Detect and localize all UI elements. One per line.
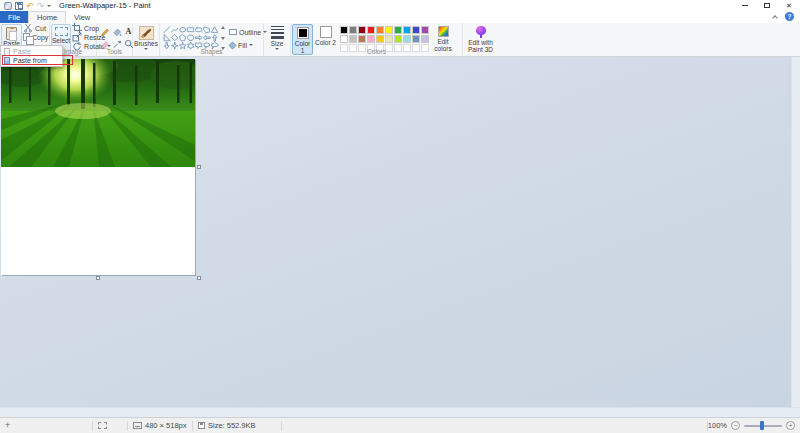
size-label: Size: [271, 40, 284, 47]
redo-icon[interactable]: ↷: [37, 2, 45, 10]
tab-view[interactable]: View: [66, 11, 98, 23]
undo-icon[interactable]: ↶: [26, 2, 34, 10]
palette-color[interactable]: [385, 35, 393, 43]
minimize-button[interactable]: [734, 0, 756, 11]
pencil-tool[interactable]: [99, 26, 110, 37]
status-separator: [281, 421, 282, 431]
cursor-position-icon: +: [5, 421, 10, 430]
selection-size-icon: [98, 422, 107, 429]
size-dropdown-icon: [275, 48, 279, 50]
cut-icon: [23, 23, 33, 33]
shape-up-arrow-icon[interactable]: [211, 34, 219, 42]
zoom-out-button[interactable]: −: [731, 421, 740, 430]
shapes-scroll-down-icon[interactable]: [221, 37, 225, 40]
cut-button[interactable]: Cut: [23, 24, 48, 32]
status-bar: + 480 × 518px Size: 552.9KB 100% − +: [0, 417, 800, 433]
outline-button[interactable]: Outline: [229, 28, 267, 36]
edit-with-paint3d-button[interactable]: Edit with Paint 3D: [465, 24, 497, 55]
shape-triangle-icon[interactable]: [211, 26, 219, 34]
work-area: [0, 57, 800, 417]
size-icon: [271, 26, 284, 39]
shape-polygon-icon[interactable]: [203, 26, 211, 34]
zoom-in-button[interactable]: +: [786, 421, 795, 430]
group-brushes: Brushes: [133, 23, 160, 56]
brushes-button[interactable]: Brushes: [134, 24, 158, 55]
paint-window: ↶ ↷ Green-Wallpaper-15 - Paint ✕ File Ho…: [0, 0, 800, 433]
fill-tool[interactable]: [111, 26, 122, 37]
palette-color[interactable]: [358, 35, 366, 43]
select-label: Select: [52, 37, 70, 44]
shape-rectangle-icon[interactable]: [187, 26, 195, 34]
canvas-resize-handle-bottom[interactable]: [96, 276, 100, 280]
canvas-resize-handle-right[interactable]: [197, 165, 201, 169]
brushes-label: Brushes: [134, 40, 158, 47]
help-icon[interactable]: ?: [785, 12, 794, 21]
color2-label: Color 2: [315, 39, 336, 46]
outline-icon: [229, 29, 237, 35]
drawing-canvas[interactable]: [1, 59, 195, 275]
zoom-slider-thumb[interactable]: [760, 421, 764, 430]
ribbon-tab-bar: File Home View ?: [0, 11, 800, 23]
shapes-scroll-up-icon[interactable]: [221, 26, 225, 29]
palette-color[interactable]: [385, 26, 393, 34]
palette-color[interactable]: [421, 26, 429, 34]
ribbon: Paste Cut Copy: [0, 23, 800, 57]
palette-color[interactable]: [376, 26, 384, 34]
tab-home[interactable]: Home: [28, 11, 66, 23]
qat-customize-icon[interactable]: [47, 5, 51, 7]
close-button[interactable]: ✕: [778, 0, 800, 11]
palette-color[interactable]: [340, 26, 348, 34]
shape-diamond-icon[interactable]: [171, 34, 179, 42]
palette-color[interactable]: [421, 35, 429, 43]
maximize-button[interactable]: [756, 0, 778, 11]
shape-right-triangle-icon[interactable]: [163, 34, 171, 42]
group-colors: Color 1 Color 2 Edit colors Colors: [291, 23, 463, 56]
copy-button[interactable]: Copy: [23, 33, 48, 41]
shapes-grid: [163, 26, 219, 50]
vertical-scrollbar[interactable]: [791, 57, 800, 417]
palette-color[interactable]: [412, 35, 420, 43]
tab-file[interactable]: File: [0, 11, 28, 23]
eraser-icon: [100, 39, 110, 49]
horizontal-scrollbar[interactable]: [0, 407, 800, 417]
palette-color[interactable]: [376, 35, 384, 43]
quick-access-toolbar: ↶ ↷: [0, 2, 51, 10]
save-icon[interactable]: [15, 2, 23, 10]
shape-right-arrow-icon[interactable]: [195, 34, 203, 42]
zoom-slider[interactable]: [744, 425, 782, 427]
fill-bucket-icon: [112, 27, 122, 37]
brushes-dropdown-icon: [144, 48, 148, 50]
shape-pentagon-icon[interactable]: [179, 34, 187, 42]
shape-rounded-rectangle-icon[interactable]: [195, 26, 203, 34]
size-button[interactable]: Size: [265, 24, 289, 55]
palette-color[interactable]: [367, 35, 375, 43]
copy-label: Copy: [32, 34, 48, 41]
menu-item-paste-label: Paste: [13, 48, 31, 55]
palette-color[interactable]: [394, 35, 402, 43]
magnifier-icon: [124, 39, 134, 49]
file-size-text: Size: 552.9KB: [208, 421, 256, 430]
fill-dropdown-icon: [249, 44, 253, 46]
palette-color[interactable]: [403, 35, 411, 43]
shape-curve-icon[interactable]: [171, 26, 179, 34]
shape-line-icon[interactable]: [163, 26, 171, 34]
canvas-resize-handle-corner[interactable]: [197, 276, 201, 280]
shape-left-arrow-icon[interactable]: [203, 34, 211, 42]
palette-color[interactable]: [412, 26, 420, 34]
annotation-highlight-box: [2, 55, 73, 65]
file-size-icon: [198, 422, 205, 429]
paint3d-icon: [476, 26, 486, 38]
shape-oval-icon[interactable]: [179, 26, 187, 34]
palette-color[interactable]: [340, 35, 348, 43]
tools-group-label: Tools: [97, 48, 132, 55]
eyedropper-icon: [112, 39, 122, 49]
collapse-ribbon-icon[interactable]: [772, 15, 778, 21]
palette-color[interactable]: [394, 26, 402, 34]
shapes-group-label: Shapes: [160, 48, 263, 55]
palette-color[interactable]: [358, 26, 366, 34]
palette-color[interactable]: [403, 26, 411, 34]
palette-color[interactable]: [349, 26, 357, 34]
shape-hexagon-icon[interactable]: [187, 34, 195, 42]
palette-color[interactable]: [367, 26, 375, 34]
palette-color[interactable]: [349, 35, 357, 43]
